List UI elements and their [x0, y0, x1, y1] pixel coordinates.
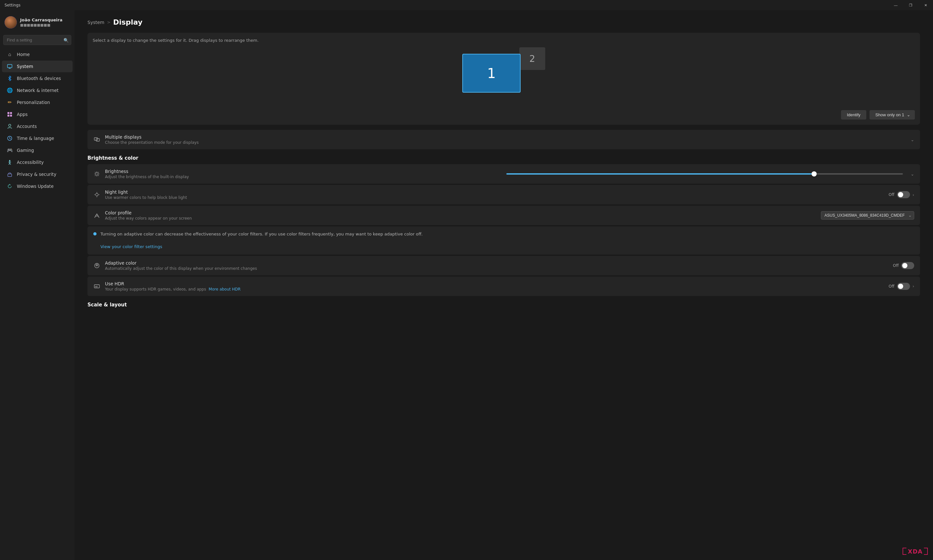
search-input[interactable]: [3, 35, 71, 45]
multiple-displays-row[interactable]: Multiple displays Choose the presentatio…: [88, 130, 920, 149]
sidebar-label-bluetooth: Bluetooth & devices: [17, 76, 61, 81]
svg-rect-0: [8, 65, 12, 68]
sidebar-item-home[interactable]: ⌂ Home: [2, 49, 72, 60]
use-hdr-status: Off: [888, 284, 895, 289]
night-light-toggle[interactable]: [897, 191, 910, 198]
gaming-icon: 🎮: [6, 147, 13, 154]
sidebar-item-accessibility[interactable]: Accessibility: [2, 157, 72, 168]
minimize-button[interactable]: —: [888, 0, 903, 10]
svg-rect-15: [94, 138, 97, 140]
window-controls: — ❐ ✕: [888, 0, 933, 10]
color-profile-row[interactable]: Color profile Adjust the way colors appe…: [88, 206, 920, 225]
avatar: [5, 16, 17, 29]
search-box: 🔍: [3, 35, 71, 45]
svg-line-32: [97, 214, 99, 218]
restore-button[interactable]: ❐: [903, 0, 918, 10]
privacy-icon: [6, 171, 13, 177]
sidebar-label-gaming: Gaming: [17, 148, 34, 153]
adaptive-color-toggle[interactable]: [901, 262, 914, 269]
night-light-title: Night light: [105, 189, 884, 195]
xda-text: XDA: [908, 548, 923, 555]
monitor-1[interactable]: 1: [462, 54, 520, 92]
window-chrome: Settings — ❐ ✕: [0, 0, 933, 10]
use-hdr-toggle-thumb: [898, 284, 903, 289]
sidebar-item-accounts[interactable]: Accounts: [2, 120, 72, 132]
apps-icon: [6, 111, 13, 118]
use-hdr-row[interactable]: HD Use HDR Your display supports HDR gam…: [88, 277, 920, 296]
adaptive-color-desc: Automatically adjust the color of this d…: [105, 266, 888, 271]
breadcrumb-parent[interactable]: System: [88, 20, 104, 25]
close-button[interactable]: ✕: [918, 0, 933, 10]
night-light-right: Off ›: [888, 191, 914, 198]
brightness-row: Brightness Adjust the brightness of the …: [88, 164, 920, 184]
color-profile-info: Color profile Adjust the way colors appe…: [105, 210, 816, 221]
use-hdr-desc: Your display supports HDR games, videos,…: [105, 287, 884, 291]
multiple-displays-chevron: ⌄: [911, 137, 914, 142]
sidebar-label-system: System: [17, 64, 33, 69]
sidebar-label-apps: Apps: [17, 112, 28, 117]
brightness-desc: Adjust the brightness of the built-in di…: [105, 175, 502, 179]
monitor-2-label: 2: [530, 54, 535, 64]
svg-rect-6: [10, 115, 12, 117]
scale-layout-title: Scale & layout: [88, 302, 920, 308]
breadcrumb-current: Display: [113, 18, 143, 26]
sidebar-item-gaming[interactable]: 🎮 Gaming: [2, 145, 72, 156]
night-light-chevron: ›: [913, 192, 914, 197]
adaptive-color-right: Off: [893, 262, 914, 269]
night-light-info: Night light Use warmer colors to help bl…: [105, 189, 884, 200]
use-hdr-desc-text: Your display supports HDR games, videos,…: [105, 287, 206, 291]
color-profile-right: ASUS_UX3405MA_8086_834C419D_CMDEF: [821, 211, 914, 220]
color-profile-select[interactable]: ASUS_UX3405MA_8086_834C419D_CMDEF: [821, 211, 914, 220]
search-icon: 🔍: [63, 38, 69, 42]
svg-point-35: [96, 265, 97, 266]
svg-line-23: [98, 175, 99, 176]
night-light-row[interactable]: Night light Use warmer colors to help bl…: [88, 185, 920, 205]
sidebar-item-bluetooth[interactable]: Bluetooth & devices: [2, 72, 72, 84]
sidebar-label-network: Network & internet: [17, 88, 59, 93]
monitor-1-label: 1: [487, 65, 496, 81]
window-title: Settings: [0, 3, 20, 8]
svg-point-26: [95, 193, 98, 196]
adaptive-color-icon: [93, 262, 100, 269]
sidebar-item-update[interactable]: Windows Update: [2, 180, 72, 192]
show-only-chevron: ⌄: [907, 112, 910, 117]
svg-point-9: [9, 160, 10, 161]
brightness-color-title: Brightness & color: [88, 155, 920, 161]
show-only-button[interactable]: Show only on 1 ⌄: [870, 110, 915, 120]
night-light-desc: Use warmer colors to help block blue lig…: [105, 195, 884, 200]
svg-text:HD: HD: [95, 286, 98, 288]
show-only-label: Show only on 1: [875, 112, 904, 117]
adaptive-color-info: Adaptive color Automatically adjust the …: [105, 260, 888, 271]
identify-button[interactable]: Identify: [841, 110, 866, 120]
color-filter-link[interactable]: View your color filter settings: [100, 244, 162, 249]
sidebar-nav: ⌂ Home System Bluetooth & devices 🌐: [0, 48, 74, 192]
update-icon: [6, 183, 13, 189]
night-light-toggle-thumb: [898, 192, 903, 197]
use-hdr-toggle[interactable]: [897, 283, 910, 290]
brightness-slider[interactable]: [507, 173, 903, 175]
sidebar: João Carrasqueira ■■■■■■■■■ 🔍 ⌂ Home Sys…: [0, 10, 74, 560]
brightness-expand-icon[interactable]: ⌄: [911, 172, 914, 177]
color-profile-icon: [93, 212, 100, 219]
multiple-displays-info: Multiple displays Choose the presentatio…: [105, 134, 906, 145]
svg-line-25: [95, 175, 95, 176]
sidebar-item-apps[interactable]: Apps: [2, 109, 72, 120]
svg-rect-16: [96, 138, 100, 141]
sidebar-item-time[interactable]: Time & language: [2, 132, 72, 144]
network-icon: 🌐: [6, 87, 13, 94]
brightness-icon: [93, 170, 100, 177]
sidebar-item-personalization[interactable]: ✏ Personalization: [2, 97, 72, 108]
sidebar-item-network[interactable]: 🌐 Network & internet: [2, 85, 72, 96]
sidebar-item-privacy[interactable]: Privacy & security: [2, 168, 72, 180]
home-icon: ⌂: [6, 51, 13, 58]
svg-point-7: [9, 125, 11, 127]
time-icon: [6, 135, 13, 142]
night-light-status: Off: [888, 192, 895, 197]
brightness-slider-wrap: [507, 173, 903, 175]
svg-line-22: [95, 172, 95, 172]
sidebar-item-system[interactable]: System: [2, 61, 72, 72]
use-hdr-icon: HD: [93, 283, 100, 290]
monitor-2[interactable]: 2: [519, 47, 545, 70]
hdr-learn-link[interactable]: More about HDR: [209, 287, 241, 291]
adaptive-color-row[interactable]: Adaptive color Automatically adjust the …: [88, 256, 920, 275]
